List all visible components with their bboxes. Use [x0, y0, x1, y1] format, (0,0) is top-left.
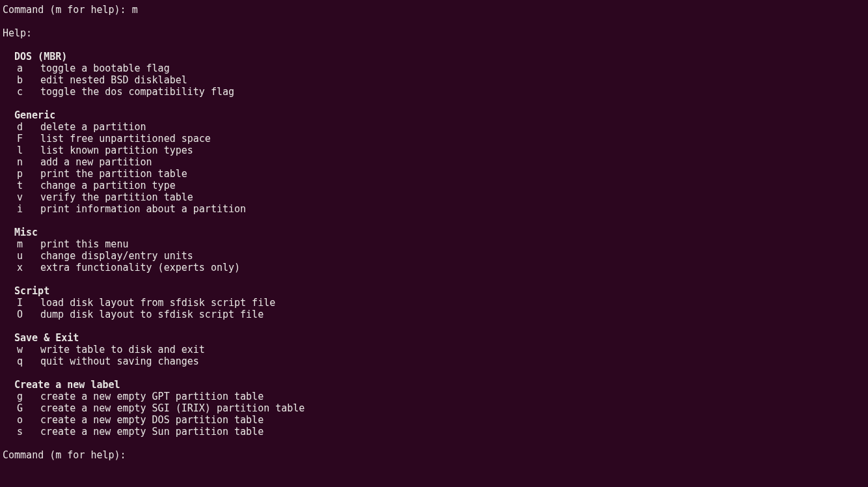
help-key: d	[17, 121, 23, 133]
section-title: Save & Exit	[14, 332, 865, 344]
help-item: screate a new empty Sun partition table	[17, 426, 865, 438]
help-item: ctoggle the dos compatibility flag	[17, 86, 865, 98]
blank-line	[3, 320, 865, 332]
help-key: F	[17, 133, 23, 145]
blank-line	[3, 215, 865, 227]
section-title: DOS (MBR)	[14, 51, 865, 63]
help-key: x	[17, 262, 23, 273]
help-item: atoggle a bootable flag	[17, 63, 865, 74]
help-item: gcreate a new empty GPT partition table	[17, 391, 865, 402]
help-description: dump disk layout to sfdisk script file	[40, 309, 264, 320]
help-item: wwrite table to disk and exit	[17, 344, 865, 355]
help-key: g	[17, 391, 23, 402]
help-item: xextra functionality (experts only)	[17, 262, 865, 273]
help-item: llist known partition types	[17, 145, 865, 156]
help-key: n	[17, 156, 23, 168]
help-key: t	[17, 180, 23, 191]
help-key: u	[17, 250, 23, 262]
help-description: quit without saving changes	[40, 355, 199, 367]
terminal-output[interactable]: Command (m for help): m Help: DOS (MBR)a…	[3, 4, 865, 461]
help-key: a	[17, 63, 23, 74]
help-description: toggle a bootable flag	[40, 63, 170, 74]
help-description: toggle the dos compatibility flag	[40, 86, 234, 98]
cursor-icon	[132, 451, 138, 461]
help-description: add a new partition	[40, 156, 152, 168]
help-item: qquit without saving changes	[17, 355, 865, 367]
help-item: tchange a partition type	[17, 180, 865, 191]
help-description: create a new empty DOS partition table	[40, 414, 264, 426]
blank-line	[3, 273, 865, 285]
section-title: Create a new label	[14, 379, 865, 391]
blank-line	[3, 98, 865, 109]
help-key: b	[17, 74, 23, 86]
help-item: Gcreate a new empty SGI (IRIX) partition…	[17, 402, 865, 414]
help-item: Iload disk layout from sfdisk script fil…	[17, 297, 865, 309]
help-key: p	[17, 168, 23, 180]
command-prompt-active[interactable]: Command (m for help):	[3, 449, 865, 461]
help-description: change display/entry units	[40, 250, 193, 262]
help-description: create a new empty Sun partition table	[40, 426, 264, 438]
help-description: print information about a partition	[40, 203, 246, 215]
help-sections: DOS (MBR)atoggle a bootable flagbedit ne…	[3, 51, 865, 438]
help-item: vverify the partition table	[17, 191, 865, 203]
help-key: o	[17, 414, 23, 426]
help-key: O	[17, 309, 23, 320]
help-key: v	[17, 191, 23, 203]
help-item: uchange display/entry units	[17, 250, 865, 262]
help-item: iprint information about a partition	[17, 203, 865, 215]
help-key: I	[17, 297, 23, 309]
help-item: mprint this menu	[17, 238, 865, 250]
blank-line	[3, 367, 865, 379]
help-description: edit nested BSD disklabel	[40, 74, 187, 86]
help-item: ddelete a partition	[17, 121, 865, 133]
help-description: delete a partition	[40, 121, 146, 133]
help-item: pprint the partition table	[17, 168, 865, 180]
help-description: create a new empty GPT partition table	[40, 391, 264, 402]
help-description: list free unpartitioned space	[40, 133, 211, 145]
help-description: write table to disk and exit	[40, 344, 205, 355]
help-description: extra functionality (experts only)	[40, 262, 240, 273]
help-key: q	[17, 355, 23, 367]
section-title: Generic	[14, 109, 865, 121]
help-description: verify the partition table	[40, 191, 193, 203]
help-key: G	[17, 402, 23, 414]
help-key: c	[17, 86, 23, 98]
help-key: m	[17, 238, 23, 250]
help-item: Odump disk layout to sfdisk script file	[17, 309, 865, 320]
section-title: Script	[14, 285, 865, 297]
help-key: i	[17, 203, 23, 215]
help-description: print this menu	[40, 238, 128, 250]
help-description: list known partition types	[40, 145, 193, 156]
blank-line	[3, 438, 865, 449]
help-description: load disk layout from sfdisk script file	[40, 297, 275, 309]
help-header: Help:	[3, 27, 865, 39]
section-title: Misc	[14, 227, 865, 238]
help-item: ocreate a new empty DOS partition table	[17, 414, 865, 426]
blank-line	[3, 16, 865, 27]
help-key: s	[17, 426, 23, 438]
help-item: nadd a new partition	[17, 156, 865, 168]
help-item: bedit nested BSD disklabel	[17, 74, 865, 86]
command-prompt-executed: Command (m for help): m	[3, 4, 865, 16]
help-description: print the partition table	[40, 168, 187, 180]
help-key: l	[17, 145, 23, 156]
blank-line	[3, 39, 865, 51]
help-description: change a partition type	[40, 180, 176, 191]
help-key: w	[17, 344, 23, 355]
help-item: Flist free unpartitioned space	[17, 133, 865, 145]
help-description: create a new empty SGI (IRIX) partition …	[40, 402, 305, 414]
